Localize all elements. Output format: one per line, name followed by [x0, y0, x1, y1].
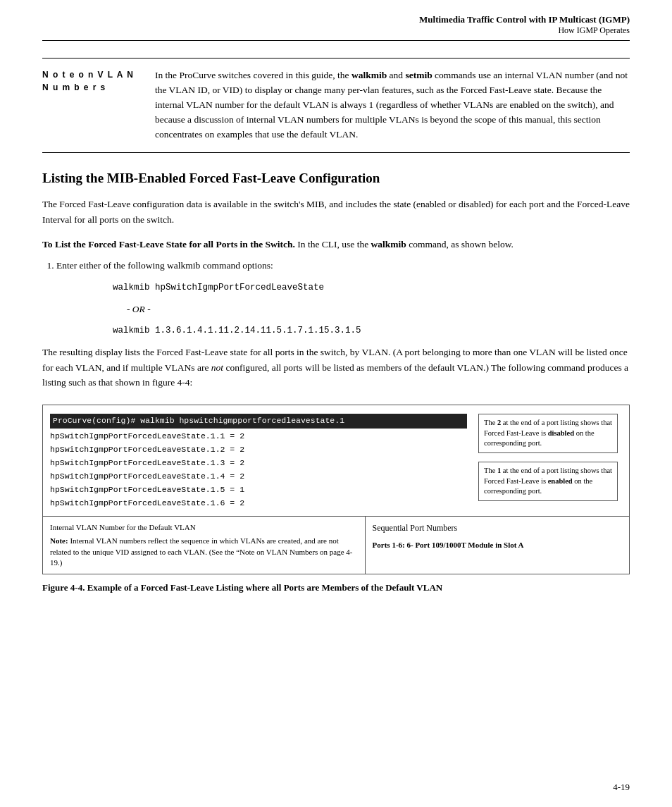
para2: The resulting display lists the Forced F…: [42, 345, 630, 390]
page-number: 4-19: [613, 782, 630, 793]
figure-inner: ProCurve(config)# walkmib hpswitchigmppo…: [43, 405, 629, 513]
chapter-title: Multimedia Traffic Control with IP Multi…: [42, 14, 630, 25]
vlan-label-title: Internal VLAN Number for the Default VLA…: [50, 522, 358, 533]
annotation-box-2: The 1 at the end of a port listing shows…: [478, 462, 618, 501]
code-line-3: hpSwitchIgmpPortForcedLeaveState.1.3 = 2: [50, 457, 467, 470]
section-title: How IGMP Operates: [42, 25, 630, 36]
code-block-2: walkmib 1.3.6.1.4.1.11.2.14.11.5.1.7.1.1…: [113, 324, 630, 338]
section-heading: Listing the MIB-Enabled Forced Fast-Leav…: [42, 170, 630, 187]
figure-cmd-line: ProCurve(config)# walkmib hpswitchigmppo…: [50, 414, 467, 429]
page-header: Multimedia Traffic Control with IP Multi…: [42, 14, 630, 41]
figure-main-row: ProCurve(config)# walkmib hpswitchigmppo…: [50, 411, 622, 513]
steps-list: Enter either of the following walkmib co…: [56, 258, 630, 338]
vlan-note: Note: Internal VLAN numbers reflect the …: [50, 536, 358, 568]
figure-bottom: Internal VLAN Number for the Default VLA…: [43, 516, 629, 574]
instruction-line: To List the Forced Fast-Leave State for …: [42, 237, 630, 252]
right-annotations: The 2 at the end of a port listing shows…: [474, 411, 622, 513]
para1: The Forced Fast-Leave configuration data…: [42, 197, 630, 227]
figure-bottom-right: Sequential Port Numbers Ports 1-6: 6- Po…: [366, 517, 629, 574]
code-line-5: hpSwitchIgmpPortForcedLeaveState.1.5 = 1: [50, 483, 467, 497]
step-1: Enter either of the following walkmib co…: [56, 258, 630, 338]
figure-caption: Figure 4-4. Example of a Forced Fast-Lea…: [42, 581, 630, 594]
code-line-2: hpSwitchIgmpPortForcedLeaveState.1.2 = 2: [50, 443, 467, 457]
or-divider: - OR -: [127, 302, 630, 317]
code-line-6: hpSwitchIgmpPortForcedLeaveState.1.6 = 2: [50, 497, 467, 510]
sequential-port-label: Sequential Port Numbers: [373, 522, 622, 534]
note-vlan-content: In the ProCurve switches covered in this…: [155, 68, 630, 142]
instruction-normal-part: In the CLI, use the walkmib command, as …: [297, 239, 514, 250]
note-label: N o t e o n V L A N N u m b e r s: [42, 68, 155, 142]
code-block-1: walkmib hpSwitchIgmpPortForcedLeaveState: [113, 281, 630, 295]
figure-bottom-left: Internal VLAN Number for the Default VLA…: [43, 517, 366, 574]
code-line-4: hpSwitchIgmpPortForcedLeaveState.1.4 = 2: [50, 470, 467, 483]
instruction-bold-part: To List the Forced Fast-Leave State for …: [42, 239, 295, 250]
figure-code-lines: hpSwitchIgmpPortForcedLeaveState.1.1 = 2…: [50, 430, 467, 510]
annotation-box-1: The 2 at the end of a port listing shows…: [478, 414, 618, 453]
ports-label: Ports 1-6: 6- Port 109/1000T Module in S…: [373, 540, 622, 550]
figure-box: ProCurve(config)# walkmib hpswitchigmppo…: [42, 405, 630, 574]
note-text: Internal VLAN numbers reflect the sequen…: [50, 536, 353, 567]
page-container: Multimedia Traffic Control with IP Multi…: [0, 0, 672, 807]
figure-code-area: ProCurve(config)# walkmib hpswitchigmppo…: [50, 411, 474, 513]
figure-code-block: ProCurve(config)# walkmib hpswitchigmppo…: [50, 411, 467, 513]
code-line-1: hpSwitchIgmpPortForcedLeaveState.1.1 = 2: [50, 430, 467, 443]
note-bold: Note:: [50, 536, 68, 545]
note-vlan-box: N o t e o n V L A N N u m b e r s In the…: [42, 58, 630, 153]
